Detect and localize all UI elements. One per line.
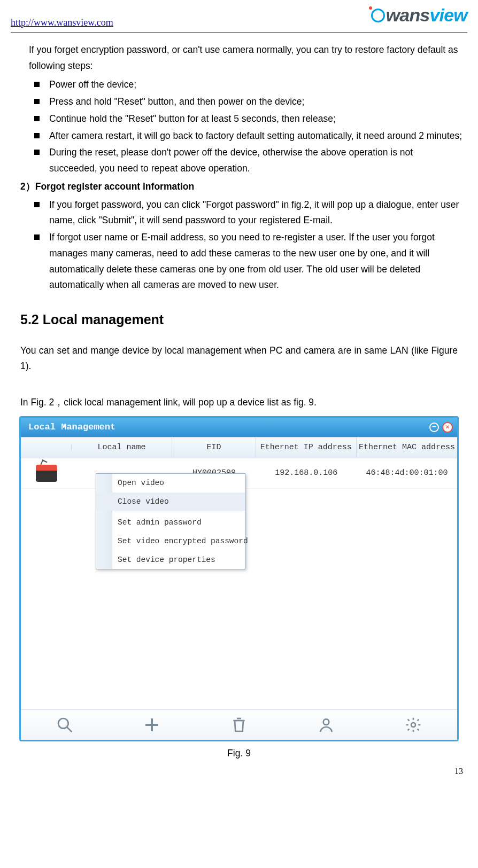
delete-button[interactable] bbox=[230, 716, 248, 733]
window-title: Local Management bbox=[28, 420, 115, 435]
header-url[interactable]: http://www.wansview.com bbox=[11, 14, 113, 31]
col-header bbox=[21, 444, 72, 451]
svg-point-5 bbox=[411, 723, 415, 727]
window-titlebar: Local Management − ✕ bbox=[21, 418, 457, 437]
section2-list: If you forget password, you can click "F… bbox=[16, 197, 462, 294]
brand-logo: wansview bbox=[371, 0, 467, 31]
table-body: HY0002599 192.168.0.106 46:48:4d:00:01:0… bbox=[21, 458, 457, 709]
page-number: 13 bbox=[11, 764, 467, 778]
list-item: Power off the device; bbox=[49, 77, 462, 93]
paragraph: You can set and mange device by local ma… bbox=[20, 343, 458, 375]
intro-text: If you forget encryption password, or ca… bbox=[29, 42, 462, 74]
list-item: After camera restart, it will go back to… bbox=[49, 128, 462, 144]
device-icon-cell bbox=[21, 458, 72, 488]
close-icon[interactable]: ✕ bbox=[442, 422, 453, 433]
ctx-set-admin-password[interactable]: Set admin password bbox=[96, 513, 245, 532]
svg-point-0 bbox=[58, 718, 68, 729]
add-button[interactable] bbox=[143, 716, 160, 733]
user-button[interactable] bbox=[318, 716, 335, 733]
context-menu: Open video Close video Set admin passwor… bbox=[96, 473, 245, 569]
logo-mark-icon bbox=[371, 9, 385, 22]
svg-point-4 bbox=[323, 719, 329, 725]
window-toolbar bbox=[21, 709, 457, 740]
col-header: Ethernet MAC address bbox=[357, 437, 457, 458]
search-button[interactable] bbox=[56, 716, 73, 733]
list-item: If forgot user name or E-mail address, s… bbox=[49, 230, 462, 293]
cell-ip: 192.168.0.106 bbox=[256, 462, 357, 484]
device-icon bbox=[36, 465, 57, 482]
list-item: Press and hold "Reset" button, and then … bbox=[49, 94, 462, 110]
ctx-close-video[interactable]: Close video bbox=[96, 492, 245, 511]
minimize-icon[interactable]: − bbox=[429, 423, 439, 432]
col-header: Ethernet IP address bbox=[256, 437, 357, 458]
col-header: EID bbox=[172, 437, 256, 458]
cell-mac: 46:48:4d:00:01:00 bbox=[357, 462, 457, 484]
figure-caption: Fig. 9 bbox=[16, 746, 462, 762]
local-management-window: Local Management − ✕ Local name EID Ethe… bbox=[19, 416, 459, 741]
paragraph: In Fig. 2，click local management link, w… bbox=[20, 395, 458, 411]
list-item: During the reset, please don't power off… bbox=[49, 145, 462, 177]
section-heading: 5.2 Local management bbox=[20, 308, 462, 331]
svg-line-1 bbox=[67, 727, 72, 732]
ctx-set-video-password[interactable]: Set video encrypted password bbox=[96, 532, 245, 551]
page-header: http://www.wansview.com wansview bbox=[11, 0, 467, 33]
col-header: Local name bbox=[72, 437, 172, 458]
list-item: Continue hold the "Reset" button for at … bbox=[49, 111, 462, 127]
table-header: Local name EID Ethernet IP address Ether… bbox=[21, 437, 457, 458]
reset-steps-list: Power off the device; Press and hold "Re… bbox=[16, 77, 462, 177]
settings-button[interactable] bbox=[405, 716, 422, 733]
section2-title: 2）Forgot register account information bbox=[20, 179, 462, 195]
ctx-set-device-properties[interactable]: Set device properties bbox=[96, 551, 245, 569]
list-item: If you forget password, you can click "F… bbox=[49, 197, 462, 229]
ctx-open-video[interactable]: Open video bbox=[96, 474, 245, 492]
